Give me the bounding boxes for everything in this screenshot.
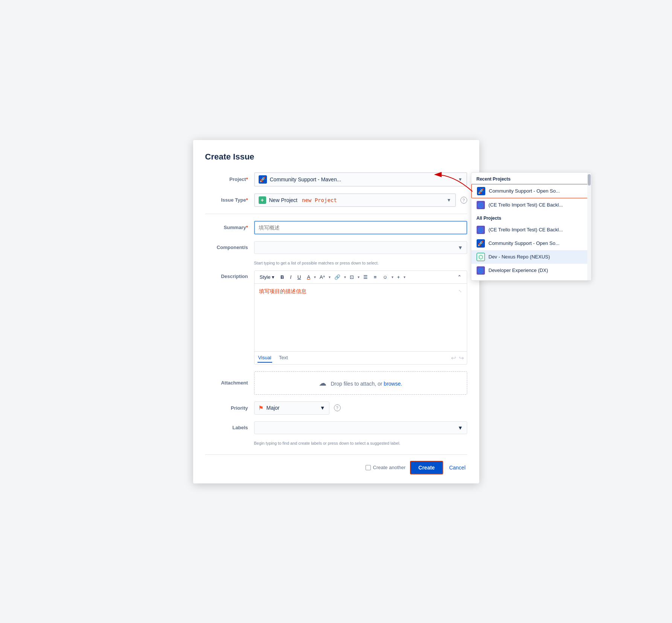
dropdown-item-all-0[interactable]: 🌀 (CE Trello Import Test) CE Backl... [471,223,591,237]
create-button[interactable]: Create [410,461,443,474]
attachment-browse-link[interactable]: browse. [384,381,402,387]
dropdown-item-all-2[interactable]: ⬡ Dev - Nexus Repo (NEXUS) [471,250,591,264]
recent-item-0-name: Community Support - Open So... [489,188,560,194]
summary-label: Summary* [205,225,254,230]
priority-value: Major [267,405,280,411]
scrollbar[interactable] [587,173,591,280]
spiral-icon-0: 🌀 [477,226,485,234]
dropdown-item-all-1[interactable]: 🚀 Community Support - Open So... [471,237,591,250]
help-icon[interactable]: ? [460,197,467,204]
resize-handle[interactable]: ⤡ [458,288,462,294]
color-button[interactable]: A [305,273,312,281]
chevron-down-icon: ▼ [458,425,463,431]
component-helper: Start typing to get a list of possible m… [254,261,467,265]
component-label: Component/s [205,245,254,250]
more-chevron: ▾ [404,275,405,279]
emoji-button[interactable]: ☺ [380,273,390,281]
project-row: Project* 🚀 Community Support - Maven... … [205,172,467,187]
priority-icon: ⚑ [258,404,264,412]
numbered-button[interactable]: ≡ [372,273,379,281]
bullet-button[interactable]: ☰ [361,273,370,281]
summary-input[interactable] [254,221,467,234]
summary-row: Summary* [205,221,467,234]
component-field: ▼ [254,241,467,254]
issue-type-select[interactable]: + New Project new Project ▼ [254,193,456,207]
create-another-label: Create another [373,465,406,470]
issue-type-field: + New Project new Project ▼ ? [254,193,467,207]
create-another: Create another [366,465,406,470]
link-button[interactable]: 🔗 [332,273,343,281]
editor-toolbar: Style ▾ B I U A ▾ Aᵃ ▾ 🔗 ▾ ⊡ ▾ ☰ ≡ ☺ ▾ +… [254,271,467,284]
issue-type-prefix: New Project [269,197,297,203]
undo-icon[interactable]: ↩ [451,354,456,362]
recent-projects-label: Recent Projects [471,173,591,184]
component-select[interactable]: ▼ [254,241,467,254]
editor-content[interactable]: 填写项目的描述信息 ⤡ [254,284,467,351]
create-issue-dialog: Create Issue Project* 🚀 Community Suppor… [193,140,479,483]
labels-field: ▼ [254,421,467,434]
project-dropdown: Recent Projects 🚀 Community Support - Op… [471,172,591,281]
all-item-1-name: Community Support - Open So... [489,240,560,246]
attachment-text: Drop files to attach, or [331,381,384,387]
link-chevron: ▾ [344,275,346,279]
priority-label: Priority [205,405,254,411]
tab-text[interactable]: Text [278,353,289,363]
divider [205,214,467,214]
dialog-footer: Create another Create Cancel [205,454,467,474]
chevron-down-icon: ▼ [458,177,463,182]
font-size-button[interactable]: Aᵃ [317,273,327,281]
dropdown-item-recent-1[interactable]: 🌀 (CE Trello Import Test) CE Backl... [471,198,591,212]
style-button[interactable]: Style ▾ [258,273,277,281]
underline-button[interactable]: U [295,273,303,281]
bold-button[interactable]: B [278,273,286,281]
chevron-down-icon: ▼ [447,198,451,203]
project-select[interactable]: 🚀 Community Support - Maven... ▼ [254,172,467,187]
labels-row: Labels ▼ [205,421,467,434]
color-chevron: ▾ [314,275,316,279]
redo-icon[interactable]: ↪ [459,354,464,362]
tab-visual[interactable]: Visual [258,353,272,363]
description-text: 填写项目的描述信息 [259,288,306,294]
attachment-row: Attachment ☁ Drop files to attach, or br… [205,371,467,395]
undo-redo: ↩ ↪ [451,354,464,362]
hex-icon: ⬡ [477,253,485,261]
attachment-label: Attachment [205,380,254,386]
scrollbar-thumb [588,174,591,185]
priority-row: Priority ⚑ Major ▼ ? [205,401,467,415]
cancel-button[interactable]: Cancel [448,462,467,474]
priority-help-icon[interactable]: ? [334,404,341,411]
italic-button[interactable]: I [288,273,294,281]
all-item-0-name: (CE Trello Import Test) CE Backl... [489,227,563,232]
component-row: Component/s ▼ [205,241,467,254]
issue-type-label: Issue Type* [205,197,254,203]
project-label: Project* [205,176,254,182]
description-editor: Style ▾ B I U A ▾ Aᵃ ▾ 🔗 ▾ ⊡ ▾ ☰ ≡ ☺ ▾ +… [254,270,467,365]
collapse-button[interactable]: ⌃ [455,273,464,281]
dialog-title: Create Issue [205,152,467,162]
all-item-3-name: Developer Experience (DX) [489,267,548,273]
attachment-field: ☁ Drop files to attach, or browse. [254,371,467,395]
dropdown-item-all-3[interactable]: 🌀 Developer Experience (DX) [471,264,591,277]
labels-label: Labels [205,425,254,430]
attachment-drop-zone[interactable]: ☁ Drop files to attach, or browse. [254,371,467,395]
more-button[interactable]: + [395,273,402,281]
table-chevron: ▾ [358,275,360,279]
project-value: Community Support - Maven... [270,176,341,182]
issue-type-row: Issue Type* + New Project new Project ▼ … [205,193,467,207]
table-button[interactable]: ⊡ [347,273,356,281]
priority-select[interactable]: ⚑ Major ▼ [254,401,329,415]
create-another-checkbox[interactable] [366,465,371,470]
upload-icon: ☁ [319,379,326,387]
summary-field [254,221,467,234]
spiral-icon: 🌀 [477,201,485,209]
labels-helper: Begin typing to find and create labels o… [254,441,467,445]
new-project-icon: + [259,196,266,204]
rocket-icon: 🚀 [477,187,485,195]
labels-select[interactable]: ▼ [254,421,467,434]
editor-bottom: Visual Text ↩ ↪ [254,351,467,364]
project-icon: 🚀 [259,175,267,184]
all-projects-label: All Projects [471,212,591,223]
dropdown-item-recent-0[interactable]: 🚀 Community Support - Open So... [471,184,591,198]
spiral-icon-3: 🌀 [477,266,485,275]
chevron-down-icon: ▼ [320,405,325,411]
